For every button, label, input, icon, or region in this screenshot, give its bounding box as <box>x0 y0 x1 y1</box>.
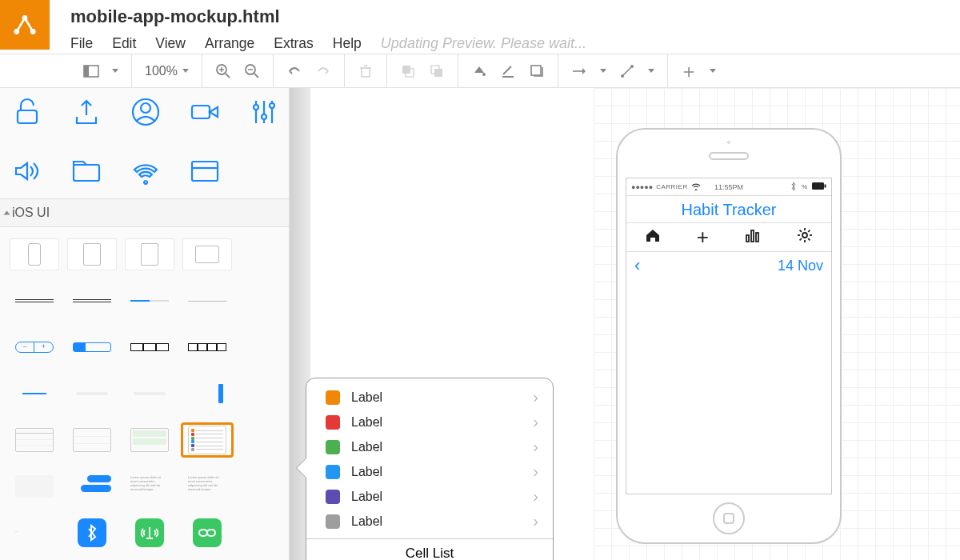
shape-thumb[interactable] <box>10 378 59 410</box>
svg-line-25 <box>623 67 631 75</box>
shape-thumb[interactable]: Lorem ipsum dolor sit amet consectetur a… <box>125 470 174 502</box>
home-icon[interactable] <box>645 228 661 246</box>
menu-extras[interactable]: Extras <box>274 35 314 52</box>
shape-thumb[interactable] <box>182 378 232 410</box>
toolbar: 100% ＋ <box>0 54 960 88</box>
shape-thumb[interactable] <box>67 470 117 502</box>
undo-icon[interactable] <box>286 63 302 79</box>
list-item[interactable]: Label› <box>306 509 553 534</box>
battery-icon <box>812 182 826 191</box>
shape-thumb-selected[interactable] <box>182 424 232 456</box>
sliders-icon[interactable] <box>248 96 280 128</box>
chevron-down-icon[interactable] <box>710 69 716 73</box>
upload-icon[interactable] <box>70 96 102 128</box>
svg-rect-12 <box>362 68 370 77</box>
app-logo <box>0 0 50 50</box>
shape-thumb[interactable] <box>125 331 174 363</box>
battery-percent: % <box>802 183 807 190</box>
shape-thumb[interactable] <box>67 378 117 410</box>
gear-icon[interactable] <box>797 227 813 247</box>
to-front-icon[interactable] <box>400 63 416 79</box>
stats-icon[interactable] <box>745 228 761 246</box>
wifi-icon[interactable] <box>130 155 162 187</box>
chevron-right-icon: › <box>533 438 538 456</box>
menu-help[interactable]: Help <box>333 35 362 52</box>
category-header-ios-ui[interactable]: iOS UI <box>0 198 289 227</box>
tab-bar: + <box>626 223 831 252</box>
carrier-label: CARRIER <box>656 183 688 190</box>
svg-rect-17 <box>434 69 442 77</box>
shape-thumb[interactable] <box>67 238 117 270</box>
waypoint-icon[interactable] <box>619 63 635 79</box>
chevron-down-icon[interactable] <box>648 69 654 73</box>
connection-icon[interactable] <box>571 63 587 79</box>
iphone-mockup[interactable]: ●●●●● CARRIER 11:55PM % Habit Tracker + <box>616 128 842 544</box>
canvas[interactable]: Label› Label› Label› Label› Label› Label… <box>290 88 960 560</box>
shape-thumb[interactable] <box>67 331 117 363</box>
svg-line-54 <box>809 230 810 232</box>
list-item[interactable]: Label› <box>306 484 553 509</box>
shape-thumb[interactable] <box>67 424 117 456</box>
shape-sidebar: iOS UI −+ <box>0 88 290 560</box>
shape-thumb[interactable] <box>182 238 232 270</box>
shape-thumb[interactable]: −+ <box>10 331 59 363</box>
date-label[interactable]: 14 Nov <box>778 258 823 274</box>
zoom-level[interactable]: 100% <box>145 64 189 78</box>
window-icon[interactable] <box>189 155 221 187</box>
shape-thumb[interactable] <box>125 424 174 456</box>
folder-icon[interactable] <box>70 155 102 187</box>
video-icon[interactable] <box>189 96 221 128</box>
list-item[interactable]: Label› <box>306 410 553 434</box>
shape-preview-popup[interactable]: Label› Label› Label› Label› Label› Label… <box>306 378 554 560</box>
shape-thumb[interactable] <box>10 470 59 502</box>
home-button[interactable] <box>713 502 745 534</box>
shape-thumb[interactable] <box>10 424 59 456</box>
shadow-icon[interactable] <box>529 63 545 79</box>
file-name[interactable]: mobile-app-mockup.html <box>70 6 586 27</box>
zoom-out-icon[interactable] <box>244 63 260 79</box>
to-back-icon[interactable] <box>429 63 445 79</box>
menu-edit[interactable]: Edit <box>112 35 136 52</box>
shape-thumb[interactable] <box>182 331 232 363</box>
shape-thumb[interactable] <box>125 238 174 270</box>
redo-icon[interactable] <box>315 63 331 79</box>
signal-icon: ●●●●● <box>631 183 653 191</box>
fill-color-icon[interactable] <box>471 63 487 79</box>
zoom-in-icon[interactable] <box>215 63 231 79</box>
list-item[interactable]: Label› <box>306 385 553 410</box>
shape-thumb[interactable] <box>182 285 232 317</box>
shape-thumb[interactable] <box>10 285 59 317</box>
line-color-icon[interactable] <box>500 63 516 79</box>
sidebar-toggle-icon[interactable] <box>83 63 99 79</box>
volume-icon[interactable] <box>11 155 43 187</box>
shape-thumb-bluetooth[interactable] <box>67 517 117 549</box>
cell-label: Label <box>351 490 382 504</box>
cell-label: Label <box>351 415 382 430</box>
shape-thumb[interactable] <box>10 238 59 270</box>
menu-view[interactable]: View <box>155 35 186 52</box>
add-icon[interactable]: ＋ <box>681 63 697 79</box>
chevron-right-icon: › <box>533 388 538 406</box>
svg-rect-40 <box>207 530 215 536</box>
list-item[interactable]: Label› <box>306 434 553 459</box>
shape-thumb[interactable] <box>125 285 174 317</box>
svg-line-53 <box>800 238 802 240</box>
delete-icon[interactable] <box>358 63 374 79</box>
menu-arrange[interactable]: Arrange <box>205 35 254 52</box>
chevron-down-icon[interactable] <box>112 69 118 73</box>
chevron-left-icon[interactable]: ‹ <box>634 255 640 276</box>
svg-rect-26 <box>18 110 37 123</box>
add-icon[interactable]: + <box>697 225 709 250</box>
shape-thumb[interactable] <box>125 378 174 410</box>
shape-thumb-link[interactable] <box>182 517 232 549</box>
chevron-down-icon[interactable] <box>600 69 606 73</box>
lock-open-icon[interactable] <box>11 96 43 128</box>
shape-thumb[interactable]: Lorem ipsum dolor sit amet consectetur a… <box>182 470 232 502</box>
shape-thumb[interactable]: ... <box>10 517 59 549</box>
list-item[interactable]: Label› <box>306 459 553 484</box>
phone-screen: ●●●●● CARRIER 11:55PM % Habit Tracker + <box>626 178 832 494</box>
menu-file[interactable]: File <box>70 35 93 52</box>
user-icon[interactable] <box>130 96 162 128</box>
shape-thumb-broadcast[interactable] <box>125 517 174 549</box>
shape-thumb[interactable] <box>67 285 117 317</box>
